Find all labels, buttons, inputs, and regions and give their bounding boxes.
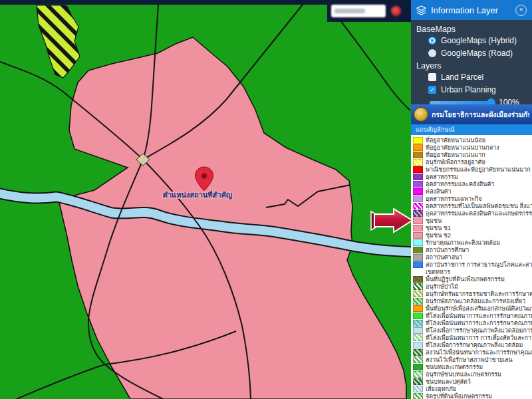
pin-label: ตำแหน่งสถานที่สำคัญ [163,190,233,200]
legend-label: พาณิชยกรรมและที่อยู่อาศัยหนาแน่นมาก [426,166,531,173]
layers-icon [416,5,426,15]
legend-item: อนุรักษ์เพื่อการอยู่อาศัย [411,158,532,166]
legend-item: ที่โล่งเพื่อนันทนาการและการรักษาคุณภาพสิ… [411,312,532,319]
legend-label: เสี่ยงอุทกภัย [426,385,456,392]
legend-label: ที่อยู่อาศัยหนาแน่นน้อย [426,136,485,144]
urban-planning-label: Urban Planning [441,85,496,94]
basemap-road-label: GoogleMaps (Road) [441,49,513,58]
legend-item: ที่โล่งเพื่อการรักษาคุณภาพสิ่งแวดล้อมการ… [411,327,532,334]
radio-unselected-icon[interactable] [428,49,436,57]
legend-pointer-arrow [370,205,414,235]
legend-swatch [413,239,423,246]
legend-swatch [413,166,423,173]
legend-label: อนุรักษ์สภาพแวดล้อมและการท่องเที่ยว [426,297,525,305]
legend-swatch [413,313,423,319]
legend-swatch [413,356,423,363]
legend-swatch [413,210,423,217]
legend-item: ที่โล่งเพื่อนันทนาการ การเลี้ยงสัตว์และก… [411,334,532,341]
legend-item: เสี่ยงอุทกภัย [411,385,532,392]
legend-label: รักษาคุณภาพและสิ่งแวดล้อม [426,239,500,246]
legend-swatch [413,217,423,224]
legend-item: พาณิชยกรรมและที่อยู่อาศัยหนาแน่นมาก [411,166,532,173]
legend-swatch [413,386,423,392]
search-button[interactable] [391,6,401,16]
legend-item: จัดรูปที่ดินเพื่อเกษตรกรรม [411,392,532,399]
information-layer-body: BaseMaps GoogleMaps (Hybrid) GoogleMaps … [411,20,532,104]
opacity-slider[interactable] [430,101,493,104]
search-input[interactable] [331,5,386,17]
legend-label: จัดรูปที่ดินเพื่อเกษตรกรรม [426,392,492,399]
legend-swatch [413,393,423,399]
legend-swatch [413,144,423,151]
legend-swatch [413,320,423,327]
legend-swatch [413,305,423,312]
legend-swatch [413,291,423,297]
legend-swatch [413,334,423,341]
checkbox-checked-icon[interactable]: ✓ [428,86,436,94]
layer-urban-planning[interactable]: ✓ Urban Planning [428,85,527,94]
legend-label: เขตทหาร [426,268,450,275]
blurred-search-text [334,9,365,13]
legend-item: รักษาคุณภาพและสิ่งแวดล้อม [411,239,532,246]
legend-item: พื้นที่ปฏิรูปที่ดินเพื่อเกษตรกรรม [411,275,532,283]
legend-item: อุตสาหกรรมเฉพาะกิจ [411,195,532,202]
legend-swatch [413,254,423,261]
legend-label: สถาบันศาสนา [426,253,462,261]
basemap-option-road[interactable]: GoogleMaps (Road) [428,49,527,58]
search-box [327,0,411,22]
slider-thumb[interactable] [487,98,495,105]
legend-item: ที่อยู่อาศัยหนาแน่นมาก [411,151,532,158]
legend-item: ที่อยู่อาศัยหนาแน่นปานกลาง [411,144,532,151]
legend-item: อนุรักษ์สภาพแวดล้อมและการท่องเที่ยว [411,297,532,305]
legend-swatch [413,349,423,356]
panel-title: Information Layer [431,5,511,15]
legend-swatch [413,196,423,202]
legend-item: ชุมชน [411,217,532,224]
legend-swatch [413,327,423,334]
legend-swatch [413,283,423,290]
legend-label: อุตสาหกรรมและคลังสินค้าและเกษตรกรรม [426,209,532,217]
legend-label: อุตสาหกรรมที่ไม่เป็นมลพิษต่อชุมชน สิ่งแว… [426,202,532,209]
side-panel: Information Layer ✕ BaseMaps GoogleMaps … [411,0,532,399]
legend-swatch [413,181,423,188]
basemap-option-hybrid[interactable]: GoogleMaps (Hybrid) [428,36,527,45]
legend-item: ชนบทและเกษตรกรรม [411,363,532,370]
information-layer-header: Information Layer ✕ [411,0,532,20]
legend-swatch [413,188,423,195]
legend-swatch [413,225,423,231]
legend-label: ที่อยู่อาศัยหนาแน่นปานกลาง [426,144,499,151]
legend-item: เขตทหาร [411,268,532,275]
layer-land-parcel[interactable]: Land Parcel [428,72,527,82]
radio-selected-icon[interactable] [428,37,436,45]
legend-swatch [413,247,423,253]
close-icon[interactable]: ✕ [515,5,527,16]
legend-item: คลังสินค้า [411,188,532,195]
information-layer-panel: Information Layer ✕ BaseMaps GoogleMaps … [411,0,532,104]
legend-swatch [413,137,423,144]
legend-item: พื้นที่อนุรักษ์เพื่อส่งเสริมเอกลักษณ์ศิล… [411,305,532,312]
legend-label: ชนบทและเกษตรกรรม [426,363,483,370]
arrow-body [374,209,412,232]
legend-label: พื้นที่อนุรักษ์เพื่อส่งเสริมเอกลักษณ์ศิล… [426,305,532,312]
legend-label: อุตสาหกรรม [426,173,458,180]
legend-swatch [413,203,423,209]
gov-header-title: กรมโยธาธิการและผังเมืองร่วมกับกรมที่ดิน [432,109,529,120]
legend-label: อนุรักษ์ป่าไม้ [426,283,458,290]
layers-heading: Layers [416,61,527,70]
legend-swatch [413,232,423,239]
legend-swatch [413,159,423,166]
legend-label: ที่โล่งเพื่อนันทนาการและการรักษาคุณภาพสิ… [426,319,532,327]
legend-label: ชุมชน ช1 [426,224,451,231]
checkbox-unchecked-icon[interactable] [428,73,436,81]
legend-swatch [413,276,423,283]
legend-label: ที่อยู่อาศัยหนาแน่นมาก [426,151,485,158]
legend-item: อนุรักษ์ป่าไม้ [411,283,532,290]
legend-label: สถาบันการศึกษา [426,246,469,253]
basemap-hybrid-label: GoogleMaps (Hybrid) [441,36,517,45]
map-canvas[interactable]: ตำแหน่งสถานที่สำคัญ [0,0,411,399]
legend-swatch [413,261,423,268]
basemaps-heading: BaseMaps [416,25,527,34]
legend-label: ที่โล่งเพื่อการรักษาคุณภาพสิ่งแวดล้อมการ… [426,327,532,334]
legend-item: อนุรักษ์ชนบทและเกษตรกรรม [411,370,532,378]
legend-item: อุตสาหกรรม [411,173,532,180]
